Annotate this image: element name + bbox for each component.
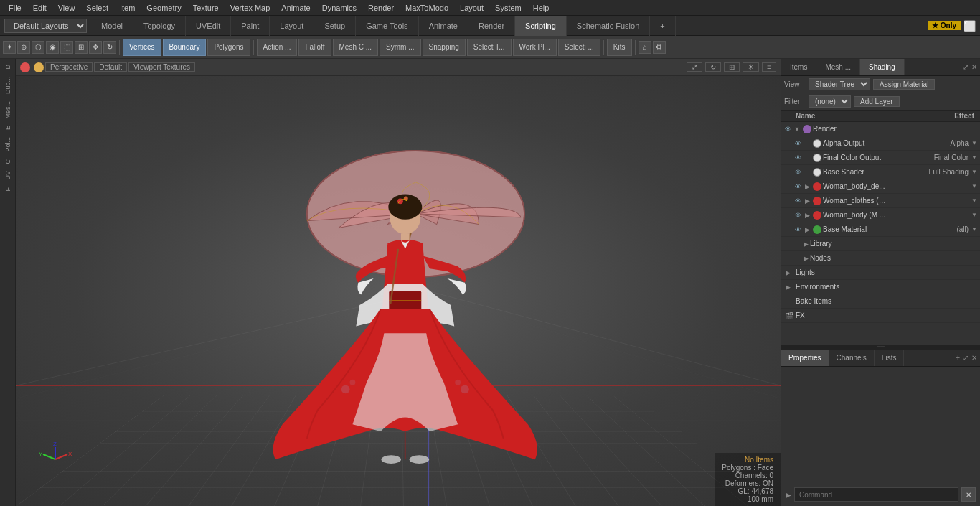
menu-file[interactable]: File: [3, 2, 27, 14]
toolbar-edge-icon[interactable]: ⬡: [32, 41, 44, 54]
menu-layout[interactable]: Layout: [454, 2, 489, 14]
command-clear-btn[interactable]: ✕: [961, 487, 976, 502]
toolbar-polygons-btn[interactable]: Polygons: [207, 39, 250, 56]
tab-topology[interactable]: Topology: [133, 16, 186, 36]
tree-row-base-material[interactable]: 👁 ▶ Base Material (all) ▼: [781, 222, 980, 237]
viewport-ctrl-sun[interactable]: ☀: [743, 62, 759, 72]
toolbar-poly-icon[interactable]: ◉: [46, 41, 59, 54]
rp-tab-mesh[interactable]: Mesh ...: [816, 59, 860, 75]
tab-layout[interactable]: Layout: [270, 16, 314, 36]
expand-render[interactable]: ▼: [793, 125, 801, 133]
tree-row-alpha[interactable]: 👁 Alpha Output Alpha ▼: [781, 136, 980, 151]
tree-row-woman-clothes[interactable]: 👁 ▶ Woman_clothes (… ▼: [781, 194, 980, 208]
toolbar-vertex-icon[interactable]: ⊕: [17, 41, 30, 54]
toolbar-move-icon[interactable]: ✥: [89, 41, 102, 54]
menu-render[interactable]: Render: [362, 2, 400, 14]
expand-base-material[interactable]: ▶: [803, 225, 811, 234]
tab-paint[interactable]: Paint: [231, 16, 270, 36]
toolbar-item-icon[interactable]: ⬚: [60, 41, 73, 54]
bp-close-icon[interactable]: ✕: [971, 354, 977, 362]
rp-add-layer-btn[interactable]: Add Layer: [854, 96, 900, 107]
toolbar-home-icon[interactable]: ⌂: [639, 41, 651, 54]
sidebar-tab-uv[interactable]: UV: [3, 168, 13, 183]
sidebar-tab-e[interactable]: E: [3, 123, 13, 133]
eye-base-material[interactable]: 👁: [793, 225, 803, 235]
section-bake-items[interactable]: Bake Items: [781, 294, 980, 309]
bp-tab-properties[interactable]: Properties: [781, 350, 829, 366]
expand-woman-clothes[interactable]: ▶: [803, 197, 811, 205]
toolbar-workpl-btn[interactable]: Work Pl...: [513, 39, 557, 56]
eye-render[interactable]: 👁: [783, 124, 793, 134]
eye-final-color[interactable]: 👁: [793, 153, 803, 163]
toolbar-settings-icon[interactable]: ⚙: [653, 41, 666, 54]
menu-geometry[interactable]: Geometry: [141, 2, 187, 14]
rp-assign-material-btn[interactable]: Assign Material: [873, 79, 935, 90]
menu-help[interactable]: Help: [527, 2, 555, 14]
sidebar-tab-pol[interactable]: Pol...: [3, 134, 13, 155]
menu-edit[interactable]: Edit: [27, 2, 52, 14]
expand-nodes[interactable]: ▶: [801, 254, 810, 263]
viewport-min-btn[interactable]: [34, 62, 44, 72]
rp-tab-shading[interactable]: Shading: [860, 59, 905, 75]
tab-animate[interactable]: Animate: [419, 16, 468, 36]
command-input[interactable]: [794, 487, 958, 502]
sidebar-tab-dup[interactable]: Dup...: [3, 74, 13, 97]
tree-row-render[interactable]: 👁 ▼ Render: [781, 122, 980, 136]
tree-row-base-shader[interactable]: 👁 Base Shader Full Shading ▼: [781, 165, 980, 179]
tab-schematic-fusion[interactable]: Schematic Fusion: [567, 16, 650, 36]
eye-woman-clothes[interactable]: 👁: [793, 196, 803, 206]
eye-alpha[interactable]: 👁: [793, 139, 803, 149]
menu-system[interactable]: System: [489, 2, 527, 14]
tab-render[interactable]: Render: [468, 16, 515, 36]
bp-tab-lists[interactable]: Lists: [875, 350, 905, 366]
viewport-perspective-label[interactable]: Perspective: [45, 62, 93, 72]
layout-selector[interactable]: Default Layouts: [4, 19, 87, 33]
rp-close-icon[interactable]: ✕: [971, 63, 977, 71]
toolbar-falloff-btn[interactable]: Falloff: [298, 39, 331, 56]
menu-animate[interactable]: Animate: [275, 2, 316, 14]
tree-row-final-color[interactable]: 👁 Final Color Output Final Color ▼: [781, 151, 980, 165]
bp-plus-btn[interactable]: +: [956, 354, 960, 362]
sidebar-tab-mes[interactable]: Mes...: [3, 98, 13, 122]
maximize-btn[interactable]: ⬜: [963, 20, 976, 32]
tab-scripting[interactable]: Scripting: [515, 16, 567, 36]
section-fx[interactable]: 🎬 FX: [781, 309, 980, 323]
rp-filter-select[interactable]: (none): [809, 95, 851, 108]
toolbar-action-btn[interactable]: Action ...: [257, 39, 298, 56]
bp-tab-channels[interactable]: Channels: [829, 350, 875, 366]
star-badge[interactable]: ★ Only: [928, 21, 961, 30]
toolbar-boundary-btn[interactable]: Boundary: [163, 39, 207, 56]
rp-expand-icon[interactable]: ⤢: [963, 63, 969, 71]
menu-view[interactable]: View: [52, 2, 81, 14]
toolbar-selectt-btn[interactable]: Select T...: [467, 39, 512, 56]
tab-uvedit[interactable]: UVEdit: [186, 16, 231, 36]
toolbar-pivot-icon[interactable]: ⊞: [75, 41, 88, 54]
section-lights[interactable]: ▶ Lights: [781, 266, 980, 280]
viewport-close-btn[interactable]: [20, 62, 30, 72]
eye-woman-body-de[interactable]: 👁: [793, 182, 803, 192]
sidebar-tab-d[interactable]: D: [3, 62, 13, 72]
tree-row-library[interactable]: ▶ Library: [781, 237, 980, 251]
viewport[interactable]: Perspective Default Viewport Textures ⤢ …: [16, 59, 781, 506]
menu-texture[interactable]: Texture: [187, 2, 225, 14]
sidebar-tab-f[interactable]: F: [3, 184, 13, 195]
viewport-ctrl-refresh[interactable]: ↻: [705, 62, 721, 72]
toolbar-vertices-btn[interactable]: Vertices: [123, 39, 161, 56]
viewport-ctrl-menu[interactable]: ≡: [762, 62, 776, 72]
expand-woman-body-m[interactable]: ▶: [803, 211, 811, 220]
toolbar-snapping-btn[interactable]: Snapping: [423, 39, 466, 56]
tree-row-woman-body-de[interactable]: 👁 ▶ Woman_body_de... ▼: [781, 179, 980, 194]
viewport-textures-label[interactable]: Viewport Textures: [128, 62, 195, 72]
menu-select[interactable]: Select: [80, 2, 114, 14]
tree-row-woman-body-m[interactable]: 👁 ▶ Woman_body (M ... ▼: [781, 208, 980, 222]
tab-model[interactable]: Model: [91, 16, 133, 36]
expand-woman-body-de[interactable]: ▶: [803, 182, 811, 191]
tab-setup[interactable]: Setup: [314, 16, 356, 36]
menu-maxtomodo[interactable]: MaxToModo: [400, 2, 454, 14]
sidebar-tab-c[interactable]: C: [3, 156, 13, 167]
menu-dynamics[interactable]: Dynamics: [316, 2, 362, 14]
eye-woman-body-m[interactable]: 👁: [793, 210, 803, 220]
menu-item[interactable]: Item: [114, 2, 141, 14]
menu-vertex-map[interactable]: Vertex Map: [225, 2, 276, 14]
viewport-ctrl-grid[interactable]: ⊞: [724, 62, 740, 72]
